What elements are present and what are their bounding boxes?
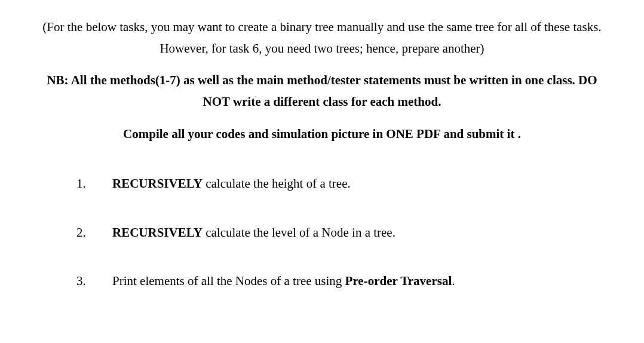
list-number: 1. <box>76 174 112 194</box>
intro-paragraph: (For the below tasks, you may want to cr… <box>29 17 615 59</box>
task-list: 1. RECURSIVELY calculate the height of a… <box>29 174 615 291</box>
list-content: RECURSIVELY calculate the height of a tr… <box>112 174 579 194</box>
list-number: 2. <box>76 223 112 243</box>
suffix-text: . <box>452 274 455 288</box>
list-item: 1. RECURSIVELY calculate the height of a… <box>76 174 579 194</box>
rest-text: calculate the height of a tree. <box>203 176 351 191</box>
list-content: Print elements of all the Nodes of a tre… <box>112 272 579 291</box>
list-number: 3. <box>76 272 112 291</box>
list-item: 3. Print elements of all the Nodes of a … <box>76 272 579 291</box>
rest-text: calculate the level of a Node in a tree. <box>203 225 395 240</box>
list-item: 2. RECURSIVELY calculate the level of a … <box>76 223 579 243</box>
nb-paragraph: NB: All the methods(1-7) as well as the … <box>29 70 615 112</box>
bold-word: RECURSIVELY <box>112 225 203 240</box>
prefix-text: Print elements of all the Nodes of a tre… <box>112 274 345 288</box>
bold-word: RECURSIVELY <box>112 176 203 191</box>
list-content: RECURSIVELY calculate the level of a Nod… <box>112 223 579 243</box>
bold-word: Pre-order Traversal <box>345 274 452 288</box>
compile-paragraph: Compile all your codes and simulation pi… <box>29 124 615 145</box>
